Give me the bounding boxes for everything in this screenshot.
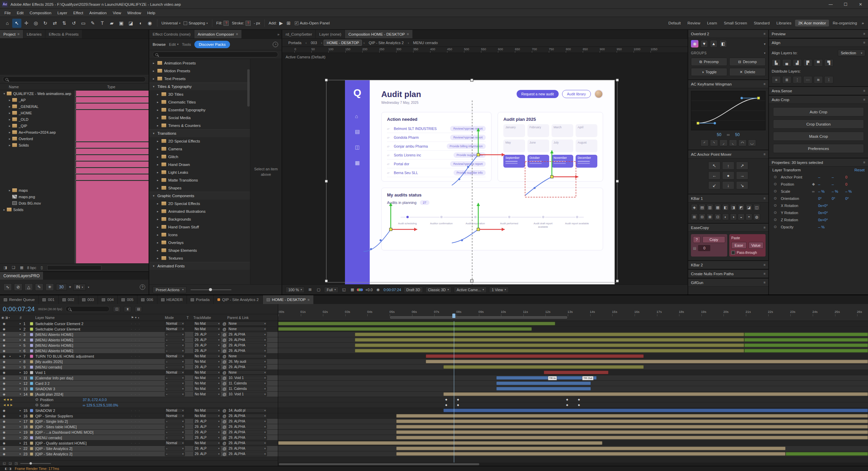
kbar-icon[interactable]: ▦ [714, 204, 721, 211]
connect-mode-dropdown[interactable]: IN▾ [73, 284, 86, 290]
visibility-icon[interactable]: ◉ [3, 431, 5, 434]
visibility-icon[interactable]: ◉ [3, 441, 5, 445]
twirl-icon[interactable]: ▸ [20, 344, 22, 347]
timeline-track[interactable] [278, 364, 868, 370]
twirl-icon[interactable]: ▸ [156, 108, 159, 112]
delete-icon[interactable]: ▯ [39, 265, 44, 270]
timeline-layer-row[interactable]: ◉▸3[MENU Abierto HOME]· · ·-▾29. ALP▾@29… [0, 332, 278, 337]
timeline-track[interactable] [278, 451, 868, 457]
close-button[interactable]: ✕ [853, 0, 868, 8]
trackmatte-dropdown[interactable]: No Mat▾ [193, 359, 221, 364]
mode-dropdown[interactable]: -▾ [165, 332, 185, 337]
tab-connect-layers-pro[interactable]: ConnectLayersPRO [0, 272, 43, 280]
timeline-tab-header[interactable]: HEADER [157, 295, 187, 304]
composer-item[interactable]: ▸Overlays [149, 239, 250, 246]
parent-link-dropdown[interactable]: 29. ALPHA▾ [227, 414, 267, 418]
tab-browse[interactable]: Browse [153, 42, 166, 46]
layer-duration-bar[interactable] [443, 409, 868, 412]
kbar-icon[interactable]: ⊞ [691, 213, 698, 220]
orbit-camera-tool[interactable]: ↻ [41, 19, 50, 28]
passthrough-checkbox[interactable] [731, 251, 735, 255]
calendar-month-cell[interactable]: May [503, 139, 525, 152]
timeline-tab-qip-site-analytics-2[interactable]: QIP - Site Analytics 2 [214, 295, 263, 304]
trackmatte-dropdown[interactable]: 29. ALP▾ [193, 446, 221, 451]
composer-search-input[interactable] [153, 52, 278, 57]
kbar-icon[interactable]: ◐ [722, 213, 729, 220]
timeline-layer-row[interactable]: ◉▸9[MENU cerrado]· · ·-▾29. ALP▾@29. ALP… [0, 364, 278, 370]
breadcrumb-item[interactable]: HOME - DESKTOP [324, 40, 362, 46]
layer-duration-bar[interactable] [396, 419, 868, 423]
parent-link-dropdown[interactable]: 14. Audit pl▾ [227, 408, 267, 413]
timeline-property-row[interactable]: ◀ ◆ ▶⊙Scale∞ 129.5,129.5,100.0% [0, 402, 278, 408]
timeline-track[interactable] [278, 337, 868, 343]
timeline-track[interactable] [278, 386, 868, 392]
action-row[interactable]: ▱Gonjar ambu PharmaProvide billing infor… [387, 142, 486, 151]
layer-color-label[interactable] [30, 387, 33, 391]
action-chip[interactable]: Provide supplier info [454, 170, 486, 175]
anchor-arrow-icon[interactable]: ↖ [708, 162, 720, 170]
wingman-link-icon[interactable]: ∞ [727, 132, 730, 137]
layer-color-label[interactable] [30, 344, 33, 347]
action-chip[interactable]: Review/Approve report [450, 161, 485, 167]
parent-pickwhip-icon[interactable]: @ [223, 338, 227, 342]
preferences-button[interactable]: Preferences [773, 144, 864, 153]
pan-camera-tool[interactable]: ⇄ [50, 19, 59, 28]
mode-dropdown[interactable]: Normal▾ [165, 414, 185, 418]
twirl-icon[interactable]: ▸ [156, 202, 159, 205]
fill-control[interactable]: Fill:? [215, 21, 230, 26]
timeline-layer-row[interactable]: ◉▾14[Audit plan 2024]· · ·-▾No Mat▾@10. … [0, 392, 278, 397]
layer-duration-bar[interactable] [396, 452, 786, 456]
mode-dropdown[interactable]: Normal▾ [165, 321, 185, 326]
tab-animation-composer[interactable]: Animation Composer≡ [194, 30, 242, 38]
timeline-tracks[interactable]: TR InTR Out◆◆◆◆◆◆◆◆ [278, 321, 868, 463]
parent-pickwhip-icon[interactable]: @ [223, 441, 227, 445]
timeline-tab-004[interactable]: 004 [98, 295, 118, 304]
composer-help-icon[interactable]: ◔ [273, 42, 278, 47]
timeline-layer-row[interactable]: ◉▸23[QIP - Site Analytics 2]· · ·-▾29. A… [0, 451, 278, 457]
timeline-layer-row[interactable]: ◉▸22[QIP - Site Analytics 2]· · ·-▾29. A… [0, 446, 278, 451]
composer-item[interactable]: ▸Shapes [149, 184, 250, 192]
twirl-icon[interactable]: ▸ [20, 431, 22, 434]
action-chip[interactable]: Review/Approve report [450, 135, 485, 140]
column-t[interactable]: T [187, 316, 193, 320]
timeline-track[interactable] [278, 332, 868, 337]
action-chip[interactable]: Review/Approve report [450, 126, 485, 131]
parent-pickwhip-icon[interactable]: @ [223, 452, 227, 456]
expand-inout-icon[interactable]: ◳ [15, 461, 18, 465]
composition-mini-flowchart-icon[interactable]: ◫ [113, 306, 120, 312]
overlord-logo-icon[interactable]: ◉ [691, 40, 698, 48]
twirl-icon[interactable]: ▸ [20, 333, 22, 336]
composer-item[interactable]: ▸Shape Elements [149, 246, 250, 254]
menu-window[interactable]: Window [124, 11, 144, 15]
breadcrumb-item[interactable]: QIP - Site Analytics 2 [366, 40, 406, 45]
kbar-icon[interactable]: ⊠ [707, 213, 713, 220]
tab-layer-none-[interactable]: Layer (none) [316, 30, 345, 38]
timeline-track[interactable] [278, 435, 868, 440]
palette-icon[interactable]: ◧ [719, 40, 727, 48]
reset-link[interactable]: Reset [854, 168, 865, 172]
visibility-icon[interactable]: ◉ [3, 355, 5, 358]
layer-duration-bar[interactable] [744, 333, 868, 336]
layer-duration-bar[interactable] [443, 392, 868, 396]
mode-dropdown[interactable]: -▾ [165, 435, 185, 440]
rotation-tool[interactable]: ↺ [69, 19, 78, 28]
composer-item[interactable]: ▸Animated Illustrations [149, 207, 250, 215]
layer-duration-bar[interactable] [396, 425, 868, 429]
channels-icon[interactable] [358, 288, 363, 291]
stopwatch-icon[interactable]: ⊙ [774, 189, 779, 193]
connect-plus-button[interactable]: + [69, 285, 71, 289]
calendar-month-cell[interactable]: January [503, 124, 525, 137]
connect-pen-icon[interactable]: ✎ [35, 283, 43, 291]
panel-menu-icon[interactable]: ≡ [863, 89, 865, 93]
twirl-icon[interactable]: ▸ [156, 163, 159, 166]
twirl-icon[interactable]: ▸ [20, 441, 22, 445]
twirl-icon[interactable]: ▸ [20, 436, 22, 439]
composer-item[interactable]: ▸Animation Presets [149, 59, 250, 67]
action-row[interactable]: ▱Gondola PharmReview/Approve report [387, 133, 486, 142]
column-parent-link[interactable]: Parent & Link [227, 316, 269, 320]
distribute-icon[interactable]: ≡ [772, 76, 781, 83]
parent-pickwhip-icon[interactable]: @ [223, 430, 227, 434]
twirl-icon[interactable]: ▸ [20, 409, 22, 412]
timeline-track[interactable] [278, 440, 868, 446]
overlord-collapse-icon[interactable]: ▾ [764, 42, 766, 46]
